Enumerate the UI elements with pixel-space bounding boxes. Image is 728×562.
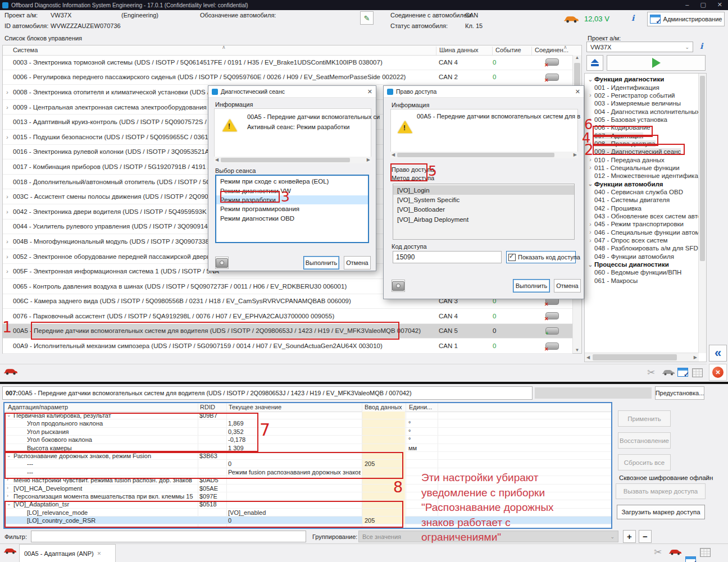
tree-item[interactable]: ⌄ Функции автомобиля: [586, 180, 706, 188]
param-input-cell[interactable]: [362, 468, 405, 476]
column-bus[interactable]: Шина данных: [439, 47, 479, 53]
access-code-input[interactable]: 15090: [393, 251, 502, 263]
tree-item[interactable]: › 045 - Режим транспортировки: [586, 220, 706, 228]
adaptation-row[interactable]: [LO]_relevance_mode [VO]_enabled: [4, 509, 611, 517]
param-input-cell[interactable]: [362, 476, 405, 483]
adaptation-row[interactable]: Высота камеры 1 309 мм: [4, 444, 611, 452]
expand-chevron-icon[interactable]: ›: [3, 208, 12, 215]
status-grid-icon[interactable]: [700, 548, 711, 557]
show-access-code-checkbox[interactable]: Показать код доступа: [506, 251, 576, 263]
close-button[interactable]: ✕: [717, 1, 722, 8]
param-input-cell[interactable]: [362, 500, 405, 508]
ecu-row[interactable]: 0003 - Электроника тормозной системы (UD…: [3, 55, 572, 70]
tree-item[interactable]: 003 - Измеряемые величины: [586, 99, 706, 107]
add-button[interactable]: +: [623, 530, 636, 543]
access-execute-button[interactable]: Выполнить: [513, 279, 550, 293]
tree-item[interactable]: 061 - Макросы: [586, 277, 706, 285]
param-input-cell[interactable]: [362, 452, 405, 459]
adaptation-row[interactable]: Персонализация момента вмешательства при…: [4, 492, 611, 500]
param-input-cell[interactable]: [362, 509, 405, 516]
session-option[interactable]: Режим при сходе с конвейера (EOL): [216, 177, 368, 186]
vehicle-car-icon[interactable]: [3, 368, 18, 376]
access-method-option[interactable]: [VO]_Airbag Deployment: [393, 214, 574, 224]
reset-all-button[interactable]: Сбросить все: [618, 454, 671, 470]
grouping-dropdown[interactable]: Все значения⌄: [358, 531, 618, 542]
tree-chevron-icon[interactable]: ⌄: [586, 262, 594, 268]
adaptation-row[interactable]: [VO]_Adaptation_tsr $0518: [4, 500, 611, 508]
grid-view-icon[interactable]: [692, 368, 703, 377]
tree-chevron-icon[interactable]: ⌄: [586, 76, 594, 83]
collapse-panel-button[interactable]: «: [709, 345, 727, 362]
tree-item[interactable]: › 002 - Регистратор событий: [586, 92, 706, 99]
window-check-icon[interactable]: [677, 368, 688, 377]
tree-item[interactable]: › 005 - Базовая установка: [586, 116, 706, 124]
filter-input[interactable]: [31, 531, 306, 542]
param-input-cell[interactable]: [362, 444, 405, 451]
tab-adaptation[interactable]: 00A5 - Адаптация (ANP) ✕: [19, 544, 116, 562]
access-info-scrollbar[interactable]: ◀ ▶: [390, 152, 578, 158]
row-expander-icon[interactable]: [7, 412, 12, 418]
ecu-row[interactable]: 00A9 - Исполнительный механизм симпозера…: [3, 339, 572, 354]
expand-chevron-icon[interactable]: ›: [3, 89, 12, 95]
apply-button[interactable]: Применить: [618, 410, 671, 427]
col-input[interactable]: Ввод данных: [365, 404, 402, 410]
param-input-cell[interactable]: 205: [362, 460, 405, 467]
run-diagnostic-button[interactable]: [607, 55, 706, 71]
screenshot-button[interactable]: [392, 280, 405, 292]
expand-chevron-icon[interactable]: ›: [3, 193, 12, 200]
expand-chevron-icon[interactable]: ›: [3, 104, 12, 111]
gray-car-icon[interactable]: [662, 369, 675, 377]
tree-chevron-icon[interactable]: ›: [586, 229, 594, 235]
tree-chevron-icon[interactable]: ›: [586, 116, 594, 122]
sidebar-info-icon[interactable]: i: [700, 42, 703, 51]
expand-chevron-icon[interactable]: ›: [3, 238, 12, 245]
tree-chevron-icon[interactable]: ›: [586, 157, 594, 163]
ecu-row[interactable]: 0076 - Парковочный ассистент (UDS / ISOT…: [3, 309, 572, 324]
tree-vertical-scrollbar[interactable]: [698, 74, 706, 353]
row-expander-icon[interactable]: [7, 501, 12, 506]
row-expander-icon[interactable]: [7, 453, 12, 458]
tree-item[interactable]: ⌄ Функция диагностики: [586, 75, 706, 83]
expand-chevron-icon[interactable]: ›: [3, 134, 12, 140]
tree-chevron-icon[interactable]: ›: [586, 165, 594, 171]
access-method-option[interactable]: [VO]_Login: [393, 185, 574, 195]
tree-horizontal-scrollbar[interactable]: ◀ ▶: [585, 353, 699, 362]
tree-chevron-icon[interactable]: ›: [586, 125, 594, 131]
session-option[interactable]: Режим диагностики OBD: [216, 214, 368, 223]
col-value[interactable]: Текущее значение: [229, 404, 281, 410]
scissors-icon[interactable]: ✂: [647, 367, 655, 378]
screenshot-button[interactable]: [215, 257, 229, 269]
preset-button[interactable]: Предустановка...: [655, 386, 704, 400]
column-system[interactable]: Система: [13, 47, 38, 53]
minimize-button[interactable]: –: [685, 1, 689, 8]
expand-chevron-icon[interactable]: ›: [3, 268, 12, 275]
info-icon[interactable]: i: [631, 13, 634, 22]
load-access-token-button[interactable]: Загрузить маркер доступа: [617, 505, 705, 519]
tree-item[interactable]: › 008 - Право доступа: [586, 140, 706, 148]
adaptation-row[interactable]: Угол рыскания 0,352 °: [4, 428, 611, 436]
status-red-car-icon[interactable]: [668, 549, 682, 556]
tree-item[interactable]: 041 - Системы двигателя: [586, 196, 706, 204]
session-option[interactable]: Режим разработки: [216, 195, 368, 204]
row-expander-icon[interactable]: [7, 477, 12, 482]
param-input-cell[interactable]: [362, 485, 405, 492]
tree-chevron-icon[interactable]: ›: [586, 92, 594, 98]
access-method-option[interactable]: [VO]_System Specific: [393, 195, 574, 204]
tree-item[interactable]: 009 - Диагностический сеанс: [586, 148, 706, 156]
row-expander-icon[interactable]: [7, 493, 12, 499]
tree-item[interactable]: › 047 - Опрос всех систем: [586, 236, 706, 244]
adaptation-row[interactable]: Первичная калибровка, результат $09B7: [4, 412, 611, 419]
tree-chevron-icon[interactable]: ⌄: [586, 181, 594, 187]
adaptation-row[interactable]: Угол бокового наклона -0,178 °: [4, 436, 611, 444]
status-scissors-icon[interactable]: ✂: [654, 546, 662, 558]
param-input-cell[interactable]: 205: [362, 517, 405, 524]
tree-chevron-icon[interactable]: ›: [586, 221, 594, 227]
tree-item[interactable]: › 011 - Специальные функции: [586, 164, 706, 172]
param-input-cell[interactable]: [362, 492, 405, 500]
tree-item[interactable]: 001 - Идентификация: [586, 83, 706, 91]
adaptation-row[interactable]: [VO]_HCA_Development $05AE: [4, 485, 611, 492]
tree-item[interactable]: › 046 - Специальные функции автомоби: [586, 229, 706, 236]
tree-item[interactable]: ⌄ Процессы диагностики: [586, 261, 706, 268]
status-window-check-icon[interactable]: [685, 556, 696, 562]
access-method-option[interactable]: [VO]_Bootloader: [393, 205, 574, 214]
